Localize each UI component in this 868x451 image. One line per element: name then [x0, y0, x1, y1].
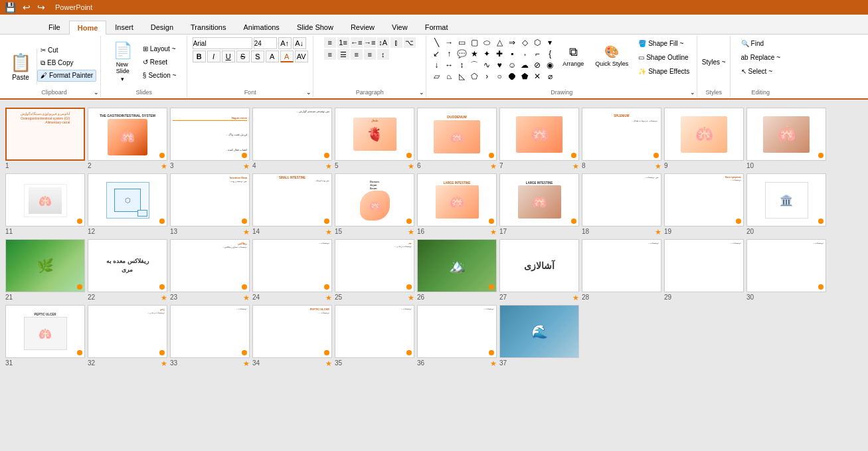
redo-button[interactable]: ↪ [35, 2, 47, 13]
section-button[interactable]: § Section ~ [139, 69, 180, 81]
slide-item-34[interactable]: PEPTIC ULCER توضیحات ... 34★ [252, 305, 332, 368]
slide-item-25[interactable]: مهمتوضیحات درمانی ... 25★ [335, 239, 414, 302]
decrease-indent-button[interactable]: ←≡ [351, 37, 363, 48]
tab-insert[interactable]: Insert [106, 20, 142, 34]
slide-item-32[interactable]: زخم توضیحات درمانی ... 32★ [88, 305, 167, 368]
format-painter-button[interactable]: 🖌 Format Painter [37, 70, 96, 82]
slide-thumb-1[interactable]: آناتومی و فیزیولوژی دستگاه گوارشOsteogas… [5, 108, 85, 161]
slide-thumb-37[interactable]: 🌊 [499, 305, 579, 358]
new-slide-dropdown[interactable]: ▾ [121, 76, 124, 82]
align-left-button[interactable]: ≡ [324, 49, 336, 60]
shape-trapezoid[interactable]: ⏢ [443, 71, 455, 82]
tab-file[interactable]: File [40, 20, 69, 34]
slide-item-18[interactable]: متن توضیحات ... 18★ [582, 173, 661, 236]
shape-arrow[interactable]: → [443, 37, 455, 48]
decrease-font-button[interactable]: A↓ [293, 37, 306, 49]
slide-thumb-27[interactable]: آشالازی [499, 239, 579, 292]
slide-thumb-5[interactable]: 🫀 طحال [335, 108, 414, 161]
slide-item-2[interactable]: THE GASTROINTESTINAL SYSTEM 🫁 2★ [88, 108, 167, 171]
shape-more[interactable]: ▾ [544, 37, 556, 48]
column-button[interactable]: ⫿ [391, 37, 402, 48]
slide-item-9[interactable]: 🫁 9 [664, 108, 744, 171]
shape-ribbon[interactable]: ⌀ [544, 71, 556, 82]
numbering-button[interactable]: 1≡ [337, 37, 349, 48]
slide-item-23[interactable]: ریفلاکس توضیحات بیماری ریفلاکس ... 23★ [170, 239, 250, 302]
tab-view[interactable]: View [383, 20, 416, 34]
slide-item-20[interactable]: 🏛️ 20 [746, 173, 826, 236]
slide-item-3[interactable]: Vagus nerve لرزش عصب واگ ... اعصاب فعال … [170, 108, 250, 171]
slide-item-19[interactable]: Basic symptoms توضیحات ... 19 [664, 173, 744, 236]
slide-item-8[interactable]: SPLENIUM توضیحات مربوط به طحال ... 8★ [582, 108, 661, 171]
layout-button[interactable]: ⊞ Layout ~ [139, 43, 180, 54]
font-color-button[interactable]: A [280, 50, 294, 62]
slide-thumb-2[interactable]: THE GASTROINTESTINAL SYSTEM 🫁 [88, 108, 167, 161]
bold-button[interactable]: B [193, 50, 206, 62]
slide-item-27[interactable]: آشالازی 27★ [499, 239, 579, 302]
slide-thumb-29[interactable]: توضیحات ... [664, 239, 744, 292]
tab-format[interactable]: Format [416, 20, 457, 34]
slide-item-33[interactable]: توضیحات ... 33★ [170, 305, 250, 368]
line-spacing-button[interactable]: ↕ [377, 49, 389, 60]
shape-bracket[interactable]: ⌐ [531, 48, 543, 59]
slide-thumb-8[interactable]: SPLENIUM توضیحات مربوط به طحال ... [582, 108, 661, 161]
slide-item-26[interactable]: 🏔️ 26 [417, 239, 497, 302]
tab-slideshow[interactable]: Slide Show [288, 20, 342, 34]
slide-thumb-16[interactable]: LARGE INTESTINE 🫁 [417, 173, 497, 226]
slide-thumb-17[interactable]: LARGE INTESTINE 🫁 [499, 173, 579, 226]
slide-thumb-10[interactable]: 🫁 [746, 108, 826, 161]
tab-animations[interactable]: Animations [234, 20, 288, 34]
slide-thumb-33[interactable]: توضیحات ... [170, 305, 250, 358]
shape-hexagon[interactable]: ⬡ [531, 37, 543, 48]
shape-chevron[interactable]: › [481, 71, 493, 82]
shape-x[interactable]: ✕ [531, 71, 543, 82]
italic-button[interactable]: I [207, 50, 220, 62]
shape-octagon[interactable]: ⯃ [506, 71, 518, 82]
shape-cube[interactable]: ▪ [506, 48, 518, 59]
increase-indent-button[interactable]: →≡ [364, 37, 376, 48]
slide-thumb-35[interactable]: توضیحات ... [335, 305, 414, 358]
slide-item-4[interactable]: متن توضیحی سیستم گوارش ... 4★ [252, 108, 332, 171]
slide-thumb-28[interactable]: توضیحات ... [582, 239, 661, 292]
slide-thumb-6[interactable]: DUODENUM 🫁 [417, 108, 497, 161]
shape-ring[interactable]: ○ [493, 71, 505, 82]
clipboard-dialog-launcher[interactable]: ⌄ [94, 89, 99, 96]
shape-ban[interactable]: ⊘ [531, 60, 543, 70]
shadow-button[interactable]: S [251, 50, 264, 62]
slide-item-12[interactable]: ⬡ 12 [88, 173, 167, 236]
shape-up-arrow[interactable]: ↑ [443, 48, 455, 59]
slide-item-17[interactable]: LARGE INTESTINE 🫁 17 [499, 173, 579, 236]
slide-thumb-22[interactable]: ریفلاکس معده بهمری [88, 239, 167, 292]
shape-oval[interactable]: ⬭ [481, 37, 493, 48]
slide-item-24[interactable]: توضیحات ... 24★ [252, 239, 332, 302]
shape-diamond[interactable]: ◇ [519, 37, 531, 48]
strikethrough-button[interactable]: S [236, 50, 250, 62]
select-button[interactable]: ↖ Select ~ [738, 65, 776, 77]
slide-item-6[interactable]: DUODENUM 🫁 6★ [417, 108, 497, 171]
slide-thumb-30[interactable]: توضیحات ... [746, 239, 826, 292]
slide-thumb-14[interactable]: SMALL INTESTINE متن روده کوچک ... [252, 173, 332, 226]
align-right-button[interactable]: ≡ [351, 49, 363, 60]
slides-panel[interactable]: آناتومی و فیزیولوژی دستگاه گوارشOsteogas… [0, 100, 868, 451]
shape-bent-arrow[interactable]: ↙ [430, 48, 442, 59]
slide-thumb-11[interactable]: 🫁 [5, 173, 85, 226]
slide-thumb-3[interactable]: Vagus nerve لرزش عصب واگ ... اعصاب فعال … [170, 108, 250, 161]
slide-item-15[interactable]: DunumJejunIleum 🫁 15★ [335, 173, 414, 236]
arrange-button[interactable]: ⧉ Arrange [558, 37, 588, 74]
shape-rounded-rect[interactable]: ▢ [468, 37, 480, 48]
save-button[interactable]: 💾 [3, 2, 18, 13]
shape-decagon[interactable]: ⬟ [519, 71, 531, 82]
shape-smiley[interactable]: ☺ [506, 60, 518, 70]
slide-item-37[interactable]: 🌊 37 [499, 305, 579, 368]
shape-brace[interactable]: { [544, 48, 556, 59]
shape-cross[interactable]: ✚ [493, 48, 505, 59]
find-button[interactable]: 🔍 Find [738, 37, 767, 49]
drawing-dialog-launcher[interactable]: ⌄ [690, 89, 695, 96]
shape-triangle[interactable]: △ [493, 37, 505, 48]
slide-item-13[interactable]: Intestine Data متن توضیحی روده ... 13★ [170, 173, 250, 236]
clear-format-button[interactable]: A [266, 50, 279, 62]
slide-item-22[interactable]: ریفلاکس معده بهمری 22★ [88, 239, 167, 302]
slide-thumb-23[interactable]: ریفلاکس توضیحات بیماری ریفلاکس ... [170, 239, 250, 292]
shape-rtarrow[interactable]: ⇒ [506, 37, 518, 48]
bullets-button[interactable]: ≡ [324, 37, 336, 48]
shape-outline-button[interactable]: ▭ Shape Outline [635, 51, 693, 63]
